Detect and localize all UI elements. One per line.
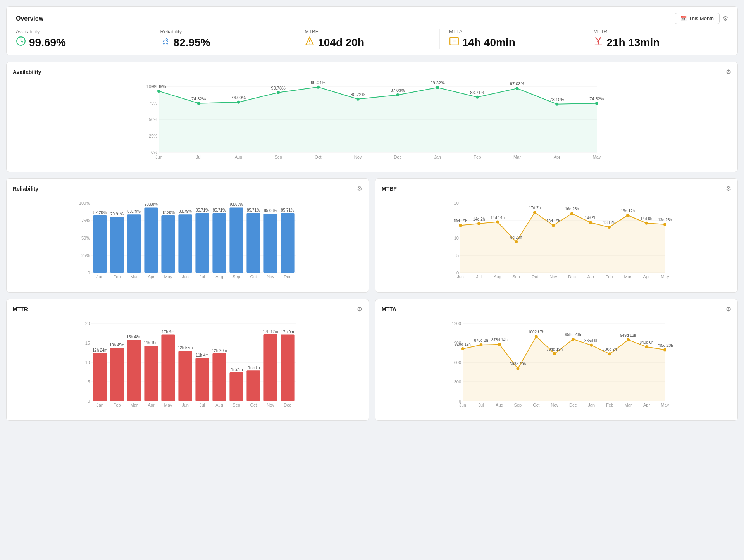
metric-label-reliability: Reliability — [160, 29, 286, 34]
svg-text:Dec: Dec — [284, 403, 291, 407]
svg-point-231 — [645, 345, 648, 348]
svg-point-124 — [552, 224, 555, 227]
svg-text:74.32%: 74.32% — [191, 96, 206, 101]
svg-text:Sep: Sep — [514, 403, 522, 407]
svg-point-142 — [663, 223, 666, 226]
svg-point-43 — [436, 86, 439, 89]
mtbf-chart-card: MTBF ⚙ 2015105013d 19hJun14d 2hJul14d 14… — [375, 178, 738, 293]
availability-settings-icon[interactable]: ⚙ — [726, 68, 731, 76]
svg-text:99.04%: 99.04% — [311, 80, 326, 85]
svg-rect-63 — [93, 215, 107, 273]
reliability-settings-icon[interactable]: ⚙ — [357, 185, 362, 192]
svg-text:Mar: Mar — [624, 274, 632, 279]
metric-reliability: Reliability 82.95% — [160, 29, 296, 49]
availability-icon — [16, 36, 26, 49]
svg-rect-158 — [110, 348, 124, 401]
svg-rect-93 — [264, 214, 277, 273]
svg-rect-75 — [161, 215, 175, 273]
svg-point-216 — [553, 352, 556, 355]
svg-text:12h 20m: 12h 20m — [212, 348, 227, 353]
svg-point-210 — [516, 367, 519, 370]
svg-text:92.89%: 92.89% — [152, 84, 166, 89]
svg-point-35 — [277, 91, 280, 94]
metric-value-mtta: 14h 40min — [449, 36, 575, 49]
mttr-settings-icon[interactable]: ⚙ — [357, 305, 362, 313]
svg-text:Dec: Dec — [568, 274, 576, 279]
svg-text:100%: 100% — [79, 201, 90, 205]
svg-rect-170 — [178, 351, 192, 401]
svg-point-1 — [163, 43, 164, 44]
svg-text:Feb: Feb — [606, 403, 613, 407]
svg-text:97.03%: 97.03% — [510, 81, 525, 86]
svg-point-127 — [570, 212, 574, 215]
svg-text:Jan: Jan — [96, 403, 103, 407]
metric-value-mtbf: 104d 20h — [305, 36, 430, 49]
settings-icon[interactable]: ⚙ — [723, 15, 728, 22]
svg-text:Feb: Feb — [114, 274, 121, 279]
svg-point-49 — [555, 103, 558, 106]
svg-text:Aug: Aug — [215, 403, 223, 407]
svg-text:7h 53m: 7h 53m — [247, 365, 260, 370]
svg-text:20: 20 — [85, 321, 90, 326]
svg-text:12h 58m: 12h 58m — [178, 346, 193, 350]
metric-label-mttr: MTTR — [593, 29, 719, 34]
svg-point-133 — [608, 226, 611, 229]
svg-text:5: 5 — [456, 253, 459, 258]
svg-text:83.79%: 83.79% — [179, 209, 192, 214]
svg-text:Sep: Sep — [512, 274, 520, 279]
svg-rect-96 — [281, 213, 294, 273]
svg-text:85.03%: 85.03% — [264, 208, 277, 213]
svg-text:87.03%: 87.03% — [391, 88, 405, 93]
svg-rect-72 — [144, 207, 158, 273]
svg-text:7h 24m: 7h 24m — [230, 367, 243, 372]
svg-text:Feb: Feb — [606, 274, 613, 279]
svg-text:730d 2h: 730d 2h — [603, 347, 617, 352]
svg-text:503d 20h: 503d 20h — [510, 362, 526, 366]
svg-rect-164 — [144, 346, 158, 401]
svg-text:75%: 75% — [81, 218, 90, 223]
reliability-icon — [160, 36, 170, 49]
svg-text:Oct: Oct — [315, 155, 321, 159]
svg-text:15h 48m: 15h 48m — [127, 335, 142, 339]
svg-rect-173 — [195, 358, 209, 401]
svg-rect-90 — [246, 213, 260, 273]
svg-text:10: 10 — [85, 360, 90, 365]
svg-text:Nov: Nov — [549, 274, 557, 279]
svg-text:1002d 7h: 1002d 7h — [528, 330, 544, 334]
svg-rect-167 — [161, 335, 175, 401]
svg-point-219 — [572, 338, 575, 341]
metric-mtta: MTTA 14h 40min — [449, 29, 584, 49]
svg-text:98.32%: 98.32% — [430, 81, 445, 85]
svg-text:865d 9h: 865d 9h — [584, 339, 598, 343]
svg-text:Feb: Feb — [474, 155, 481, 159]
mtbf-settings-icon[interactable]: ⚙ — [726, 185, 731, 192]
svg-text:14d 9h: 14d 9h — [585, 216, 597, 220]
mtbf-chart-title: MTBF — [382, 186, 397, 192]
svg-text:5: 5 — [88, 379, 90, 384]
svg-rect-179 — [229, 372, 243, 401]
metric-mttr: MTTR 21h 13min — [593, 29, 728, 49]
svg-text:14d 14h: 14d 14h — [491, 215, 505, 220]
svg-text:May: May — [164, 403, 172, 407]
mtta-settings-icon[interactable]: ⚙ — [726, 305, 731, 313]
mttr-icon — [593, 36, 603, 49]
svg-rect-185 — [264, 334, 277, 401]
svg-text:Oct: Oct — [250, 403, 257, 407]
svg-point-4 — [309, 43, 310, 43]
svg-text:Mar: Mar — [625, 403, 632, 407]
mtbf-icon — [305, 36, 315, 49]
svg-text:May: May — [661, 274, 669, 279]
svg-text:Nov: Nov — [267, 403, 274, 407]
svg-text:840d 6h: 840d 6h — [639, 340, 653, 345]
availability-chart-card: Availability ⚙ 100%75%50%25%0%JunJulAugS… — [6, 62, 738, 172]
this-month-button[interactable]: 📅 This Month — [675, 13, 720, 24]
mtta-chart-card: MTTA ⚙ 12009006003000810d 19hJun870d 2hJ… — [375, 299, 738, 421]
svg-text:Nov: Nov — [354, 155, 362, 159]
svg-text:Jun: Jun — [182, 403, 189, 407]
svg-point-45 — [476, 96, 479, 99]
svg-text:14h 19m: 14h 19m — [144, 341, 159, 345]
svg-text:Apr: Apr — [554, 155, 560, 159]
svg-text:Jun: Jun — [459, 403, 466, 407]
svg-text:Oct: Oct — [533, 403, 539, 407]
svg-text:Mar: Mar — [131, 403, 138, 407]
